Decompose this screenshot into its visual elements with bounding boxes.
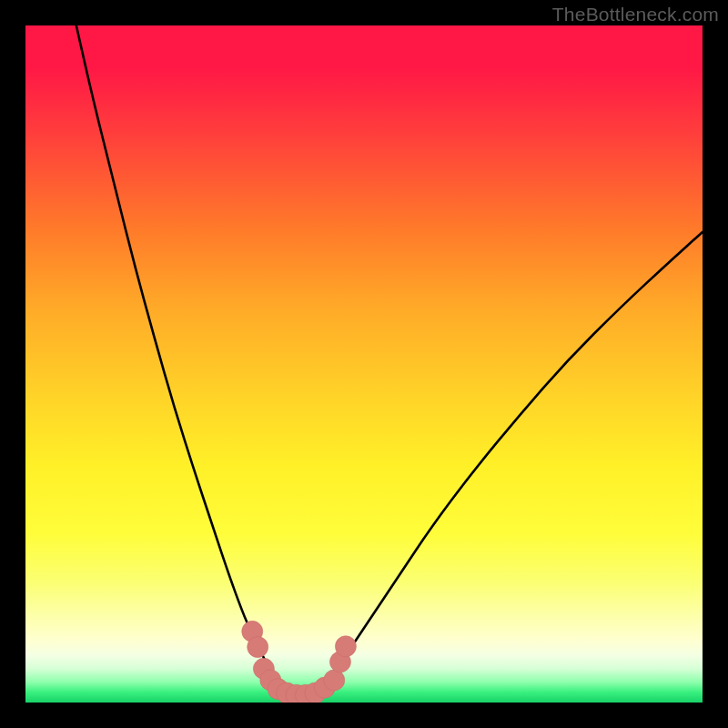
data-marker xyxy=(335,636,356,657)
right-curve xyxy=(323,232,703,689)
plot-area xyxy=(25,25,703,703)
curve-layer xyxy=(25,25,703,703)
outer-frame: TheBottleneck.com xyxy=(0,0,728,728)
data-marker xyxy=(248,636,268,657)
bottom-marker-group xyxy=(242,621,357,703)
left-curve xyxy=(76,25,283,693)
data-marker xyxy=(324,670,345,691)
watermark-text: TheBottleneck.com xyxy=(552,4,719,25)
